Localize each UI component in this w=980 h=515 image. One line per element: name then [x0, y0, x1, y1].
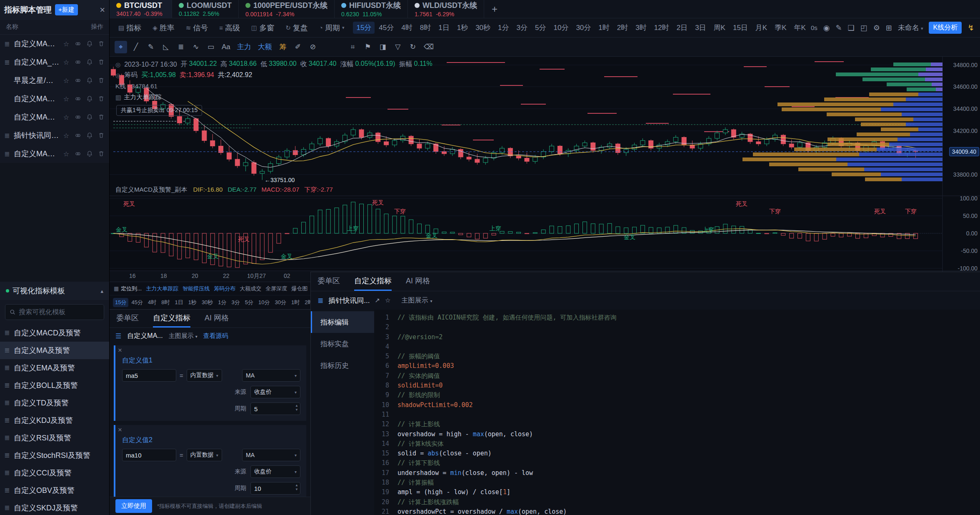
layout-name-dropdown[interactable]: 未命名 [898, 23, 923, 32]
value-name-input[interactable] [122, 369, 176, 382]
template-list-item[interactable]: ≣ 自定义KDJ及预警 [0, 412, 109, 429]
template-list-item[interactable]: ≣ 自定义RSI及预警 [0, 429, 109, 447]
period-option[interactable]: 月K [752, 22, 770, 34]
period-option[interactable]: 季K [771, 22, 790, 34]
period-option[interactable]: 30秒 [200, 298, 215, 307]
overlay-link[interactable]: 智能撑压线 [182, 285, 210, 292]
period-option[interactable]: 3分 [230, 298, 242, 307]
visual-templates-header[interactable]: 可视化指标模板 ▴ [0, 282, 109, 300]
remove-card-icon[interactable]: × [118, 426, 122, 434]
period-option[interactable]: 1日 [435, 22, 452, 34]
delete-trash-icon[interactable] [98, 132, 105, 139]
script-list-item[interactable]: ≣ 自定义MA_副本 ☆ [0, 53, 109, 71]
link-icon[interactable] [74, 132, 82, 139]
macd-indicator-header[interactable]: 自定义MACD及预警_副本 DIF:-16.80 DEA:-2.77 MACD:… [115, 186, 333, 194]
overlay-link[interactable]: 全屏深度 [265, 285, 287, 292]
panel-tab[interactable]: 自定义指标 [354, 272, 392, 291]
overlay-link[interactable]: 主力大单跟踪 [146, 285, 178, 292]
period-option[interactable]: 周K [710, 22, 729, 34]
template-list-item[interactable]: ≣ 自定义MACD及预警 [0, 324, 109, 342]
delete-trash-icon[interactable] [98, 95, 105, 102]
filter-icon[interactable]: ▽ [392, 41, 404, 53]
toolbar-item[interactable]: ≋ 信号 [181, 23, 215, 33]
link-icon[interactable] [74, 77, 82, 84]
period-stepper[interactable]: ▲▼ [250, 402, 300, 415]
favorite-star-icon[interactable]: ☆ [385, 297, 390, 304]
period-option[interactable]: 3时 [632, 22, 650, 34]
period-option[interactable]: 15分 [353, 22, 375, 34]
compare-icon[interactable]: ❑ [848, 23, 855, 32]
template-list-item[interactable]: ≣ 自定义MA及预警 [0, 342, 109, 359]
template-list-item[interactable]: ≣ 自定义BOLL及预警 [0, 377, 109, 394]
delete-trash-icon[interactable] [98, 113, 105, 121]
link-icon[interactable] [74, 95, 82, 102]
camera-icon[interactable]: ◉ [823, 23, 830, 32]
brush-icon[interactable]: ✎ [145, 41, 157, 53]
delete-trash-icon[interactable] [98, 58, 105, 66]
symbol-tab[interactable]: WLD/USDT永续 1.7561 -6.29% [408, 0, 484, 18]
period-stepper[interactable]: ▲▼ [250, 482, 300, 495]
settings-icon[interactable]: ⚙ [873, 23, 880, 32]
template-list-item[interactable]: ≣ 自定义StochRSI及预警 [0, 447, 109, 464]
period-input[interactable] [250, 482, 300, 495]
main-force-tracker-legend[interactable]: ▥ 主力大单跟踪 [115, 93, 161, 101]
chip-tool[interactable]: 筹 [277, 41, 289, 53]
period-option[interactable]: 1日 [172, 298, 185, 307]
script-list-item[interactable]: ≣ 自定义MACD_副本2 ☆ [0, 90, 109, 108]
favorite-star-icon[interactable]: ☆ [62, 132, 70, 139]
panel-icon[interactable]: ◨ [377, 41, 389, 53]
link-icon[interactable] [74, 150, 82, 158]
view-source-link[interactable]: 查看源码 [203, 332, 228, 340]
script-list-item[interactable]: ≣ 插针快讯同款预警_副本 ☆ [0, 126, 109, 145]
source-value-select[interactable]: 收盘价 [250, 465, 300, 478]
toolbar-item[interactable]: ◈ 胜率 [148, 23, 181, 33]
script-list-item[interactable]: ≣ 自定义MACD_副本3 ☆ [0, 108, 109, 126]
search-input[interactable] [19, 308, 100, 316]
function-select[interactable]: MA [242, 369, 300, 382]
symbol-tab[interactable]: BTC/USDT 34017.40 -0.39% [110, 0, 172, 18]
share-icon[interactable]: ↗ [375, 297, 380, 304]
function-select[interactable]: MA [242, 449, 300, 461]
overlay-link[interactable]: 爆仓图 [291, 285, 308, 292]
period-option[interactable]: 5分 [243, 298, 255, 307]
triangle-icon[interactable]: ◺ [160, 41, 172, 53]
channel-icon[interactable]: ≣ [175, 41, 187, 53]
layout-icon[interactable]: ◰ [860, 23, 868, 32]
period-option[interactable]: 12时 [651, 22, 672, 34]
link-icon[interactable] [74, 58, 82, 66]
flash-icon[interactable]: ↯ [968, 23, 974, 32]
period-option[interactable]: 5分 [532, 22, 549, 34]
code-editor[interactable]: 1// 该指标由 AICOIN研究院 创建, 如遇任何使用问题, 可加入指标社群… [374, 310, 980, 515]
template-list-item[interactable]: ≣ 自定义TD及预警 [0, 394, 109, 412]
period-input[interactable] [250, 402, 300, 415]
step-up-icon[interactable]: ▲ [295, 404, 298, 408]
large-order-tool[interactable]: 大额 [256, 41, 274, 53]
script-list-item[interactable]: ≣ 自定义MACD及预警_副本 ☆ [0, 145, 109, 163]
period-option[interactable]: 10分 [256, 298, 272, 307]
period-option[interactable]: 年K [791, 22, 809, 34]
grid-icon[interactable]: ⌗ [347, 41, 359, 53]
overlay-link[interactable]: 筹码分布 [214, 285, 235, 292]
text-tool[interactable]: Aa [220, 41, 232, 53]
flag-icon[interactable]: ⚑ [362, 41, 374, 53]
source-type-select[interactable]: 内置数据 [187, 369, 222, 382]
period-option[interactable]: 3日 [692, 22, 709, 34]
order-signal-tag[interactable]: 共赢1号止损卖出 09-27 00:15 [116, 105, 202, 116]
close-icon[interactable]: × [100, 5, 105, 15]
template-list-item[interactable]: ≣ 自定义OBV及预警 [0, 482, 109, 499]
favorite-star-icon[interactable]: ☆ [62, 77, 70, 84]
symbol-tab[interactable]: HIFI/USDT永续 0.6230 11.05% [335, 0, 408, 18]
period-option[interactable]: 2日 [673, 22, 691, 34]
toolbar-item[interactable]: ◔ 周期 ▾ [315, 23, 349, 33]
period-option[interactable]: 15分 [113, 298, 128, 307]
toolbar-item[interactable]: ≡ 高级 [215, 23, 247, 33]
main-force-tool[interactable]: 主力 [235, 41, 253, 53]
delete-icon[interactable]: ⌫ [422, 41, 436, 53]
wave-icon[interactable]: ∿ [190, 41, 202, 53]
collapse-caret-icon[interactable]: ▴ [100, 288, 103, 294]
chart-area[interactable]: ◎ 2023-10-27 16:30 开 34001.22 高 34018.66 [110, 57, 980, 282]
period-option[interactable]: 45分 [129, 298, 145, 307]
refresh-icon[interactable]: ↻ [407, 41, 419, 53]
rectangle-icon[interactable]: ▭ [205, 41, 217, 53]
source-type-select[interactable]: 内置数据 [187, 449, 222, 461]
